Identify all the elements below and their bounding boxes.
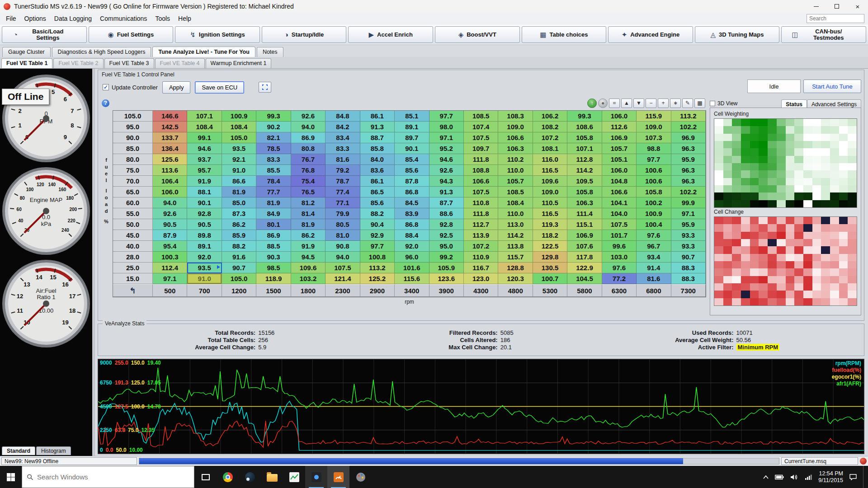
ve-cell[interactable]: 88.1 [187,187,222,197]
ve-cell[interactable]: 103.2 [291,273,326,284]
toolbar-button-table-choices[interactable]: ▦Table choices [522,26,607,43]
taskbar-clock[interactable]: 12:54 PM 9/11/2015 [818,470,843,484]
ve-cell[interactable]: 105.0 [222,132,256,143]
ve-cell[interactable]: 91.9 [291,241,326,252]
ve-cell[interactable]: 90.5 [153,219,187,230]
ve-cell[interactable]: 109.7 [464,143,498,154]
ve-cell[interactable]: 129.8 [533,252,567,263]
ve-cell[interactable]: 83.6 [360,165,395,176]
ve-cell[interactable]: 111.4 [567,208,602,219]
ve-cell[interactable]: 77.1 [326,197,360,208]
ve-cell[interactable]: 88.3 [671,273,706,284]
axis-corner-cell[interactable]: ↰ [113,284,153,297]
ve-cell[interactable]: 77.4 [326,187,360,197]
ve-cell[interactable]: 100.9 [222,111,256,122]
ve-cell[interactable]: 94.0 [153,197,187,208]
ve-cell[interactable]: 87.7 [429,197,464,208]
ve-cell[interactable]: 125.2 [360,273,395,284]
ve-cell[interactable]: 81.6 [637,273,671,284]
ve-cell[interactable]: 92.0 [187,252,222,263]
ve-cell[interactable]: 85.4 [395,154,429,165]
update-controller-checkbox[interactable]: ✓ Update Controller [103,84,158,91]
ve-cell[interactable]: 99.3 [567,111,602,122]
ve-cell[interactable]: 86.1 [360,176,395,187]
ve-cell[interactable]: 116.5 [533,208,567,219]
battery-icon[interactable] [775,474,784,480]
ve-cell[interactable]: 104.5 [567,273,602,284]
toolbar-button-startup-idle[interactable]: ◑Startup/Idle [262,26,347,43]
ve-cell[interactable]: 84.2 [326,122,360,132]
ve-cell[interactable]: 83.3 [326,143,360,154]
main-tab-tune-analyze-live-tune-for-you[interactable]: Tune Analyze Live! - Tune For You [152,47,255,57]
ve-cell[interactable]: 100.8 [360,252,395,263]
ve-cell[interactable]: 107.2 [464,241,498,252]
ve-cell[interactable]: 136.4 [153,143,187,154]
ve-cell[interactable]: 75.4 [291,176,326,187]
ve-cell[interactable]: 110.8 [464,197,498,208]
up-tool-button[interactable]: ▲ [621,99,632,108]
ve-cell[interactable]: 111.8 [464,208,498,219]
ve-cell[interactable]: 113.2 [360,263,395,273]
ve-cell[interactable]: 79.9 [326,208,360,219]
ve-cell[interactable]: 96.0 [395,252,429,263]
ve-cell[interactable]: 95.2 [429,143,464,154]
save-on-ecu-button[interactable]: Save on ECU [195,81,244,94]
ve-cell[interactable]: 88.4 [395,230,429,241]
ve-cell[interactable]: 116.5 [533,165,567,176]
ve-cell[interactable]: 81.9 [222,187,256,197]
ve-cell[interactable]: 90.4 [360,219,395,230]
ve-cell[interactable]: 77.2 [602,273,637,284]
ve-cell[interactable]: 97.6 [637,230,671,241]
ve-cell[interactable]: 96.3 [671,176,706,187]
taskbar-app-steam[interactable] [239,466,261,488]
menu-item-data-logging[interactable]: Data Logging [50,14,96,23]
ve-cell[interactable]: 92.9 [360,230,395,241]
start-button[interactable] [0,466,22,488]
ve-cell[interactable]: 78.7 [326,176,360,187]
ve-cell[interactable]: 99.1 [187,132,222,143]
ve-cell[interactable]: 97.7 [637,154,671,165]
ve-cell[interactable]: 97.1 [429,132,464,143]
ve-cell[interactable]: 105.8 [637,187,671,197]
ve-cell[interactable]: 112.4 [153,263,187,273]
rpm-header-cell[interactable]: 3900 [429,284,464,297]
ve-cell[interactable]: 85.9 [222,230,256,241]
ve-cell[interactable]: 90.1 [187,197,222,208]
ve-cell[interactable]: 94.0 [326,252,360,263]
sub-tab-fuel-ve-table-2[interactable]: Fuel VE Table 2 [53,58,103,68]
toolbar-button-accel-enrich[interactable]: ▶Accel Enrich [348,26,433,43]
ve-cell[interactable]: 88.2 [222,241,256,252]
ve-cell[interactable]: 93.5 [187,263,222,273]
ve-cell[interactable]: 79.2 [326,165,360,176]
ve-cell[interactable]: 84.0 [360,154,395,165]
ve-cell[interactable]: 118.9 [256,273,291,284]
ve-cell[interactable]: 90.5 [187,219,222,230]
ve-cell[interactable]: 91.4 [637,263,671,273]
ve-cell[interactable]: 106.9 [567,230,602,241]
ve-cell[interactable]: 103.0 [602,252,637,263]
ve-cell[interactable]: 142.5 [153,122,187,132]
ve-cell[interactable]: 96.9 [671,132,706,143]
ve-cell[interactable]: 106.6 [464,176,498,187]
ve-cell[interactable]: 100.3 [153,252,187,263]
ve-cell[interactable]: 90.1 [395,143,429,154]
ve-cell[interactable]: 83.3 [256,154,291,165]
ve-cell[interactable]: 106.4 [153,176,187,187]
ve-cell[interactable]: 81.9 [256,197,291,208]
taskbar-search-input[interactable] [37,473,189,481]
ve-cell[interactable]: 116.0 [533,154,567,165]
taskbar-app-task-view[interactable] [194,466,217,488]
ve-cell[interactable]: 105.9 [429,263,464,273]
ve-cell[interactable]: 119.3 [533,219,567,230]
tray-chevron-icon[interactable] [763,475,769,479]
ve-cell[interactable]: 80.5 [326,219,360,230]
ve-cell[interactable]: 105.8 [567,187,602,197]
ve-cell[interactable]: 114.2 [498,230,533,241]
ve-cell[interactable]: 92.5 [429,230,464,241]
ve-cell[interactable]: 108.5 [464,111,498,122]
ve-cell[interactable]: 94.3 [429,176,464,187]
ve-cell[interactable]: 99.9 [671,197,706,208]
ve-cell[interactable]: 106.2 [533,111,567,122]
ve-cell[interactable]: 93.4 [637,252,671,263]
ve-cell[interactable]: 80.8 [291,143,326,154]
